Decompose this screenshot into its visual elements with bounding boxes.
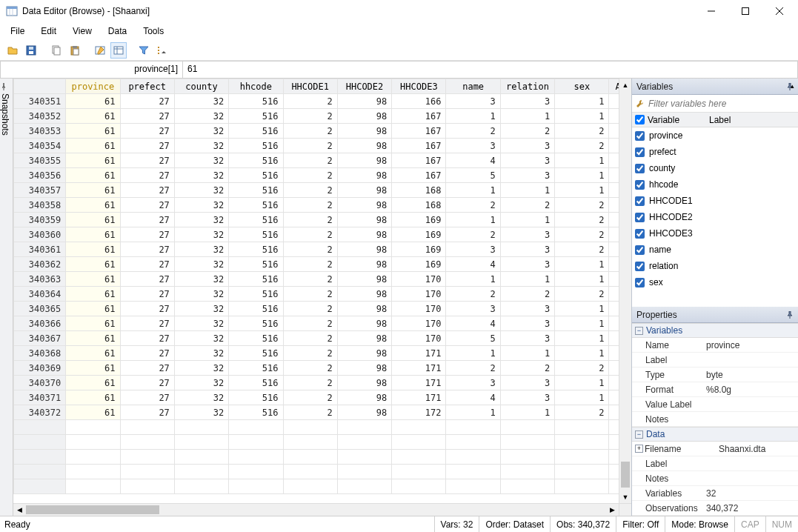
cell[interactable]: 1 bbox=[500, 183, 554, 198]
cell[interactable]: 3 bbox=[500, 257, 554, 272]
cell[interactable]: 2 bbox=[283, 213, 337, 227]
cell[interactable]: 2 bbox=[283, 242, 337, 257]
cell[interactable]: 516 bbox=[229, 346, 283, 361]
table-row[interactable]: 340353612732516298167222 bbox=[14, 124, 632, 139]
edit-mode-icon[interactable] bbox=[92, 42, 108, 59]
expand-icon[interactable]: + bbox=[635, 445, 643, 453]
cell[interactable]: 3 bbox=[500, 242, 554, 257]
row-header[interactable]: 340355 bbox=[14, 153, 66, 168]
cell[interactable]: 32 bbox=[174, 242, 228, 257]
cell[interactable]: 3 bbox=[500, 139, 554, 153]
variable-checkbox[interactable] bbox=[635, 180, 645, 190]
prop-row[interactable]: Value Label bbox=[632, 397, 798, 412]
cell[interactable]: 2 bbox=[555, 124, 609, 139]
cell[interactable]: 98 bbox=[337, 361, 391, 376]
cell[interactable]: 4 bbox=[446, 257, 500, 272]
table-row[interactable]: 340354612732516298167332 bbox=[14, 139, 632, 153]
cell[interactable]: 98 bbox=[337, 213, 391, 227]
paste-icon[interactable] bbox=[67, 42, 83, 59]
cell[interactable]: 61 bbox=[66, 302, 120, 316]
cell[interactable]: 2 bbox=[446, 198, 500, 213]
cell[interactable]: 27 bbox=[120, 405, 174, 420]
cell[interactable]: 167 bbox=[392, 124, 446, 139]
col-header-hhcode[interactable]: hhcode bbox=[229, 79, 283, 94]
cell[interactable]: 27 bbox=[120, 302, 174, 316]
variable-item-name[interactable]: name bbox=[632, 242, 798, 258]
cell[interactable]: 5 bbox=[446, 331, 500, 346]
row-header[interactable]: 340362 bbox=[14, 257, 66, 272]
cell[interactable]: 61 bbox=[66, 168, 120, 183]
cell[interactable]: 27 bbox=[120, 257, 174, 272]
cell[interactable]: 32 bbox=[174, 139, 228, 153]
cell[interactable]: 169 bbox=[392, 227, 446, 242]
browse-mode-icon[interactable] bbox=[110, 42, 127, 59]
cell[interactable]: 1 bbox=[500, 213, 554, 227]
cell[interactable]: 167 bbox=[392, 139, 446, 153]
cell[interactable]: 2 bbox=[555, 361, 609, 376]
cell[interactable]: 98 bbox=[337, 376, 391, 390]
cell[interactable]: 2 bbox=[283, 257, 337, 272]
variable-checkbox[interactable] bbox=[635, 213, 645, 222]
cell[interactable]: 3 bbox=[500, 94, 554, 109]
cell[interactable]: 1 bbox=[555, 302, 609, 316]
row-header[interactable]: 340359 bbox=[14, 213, 66, 227]
cell[interactable]: 1 bbox=[500, 346, 554, 361]
cell[interactable]: 516 bbox=[229, 316, 283, 331]
variable-checkbox[interactable] bbox=[635, 147, 645, 157]
cell[interactable]: 1 bbox=[555, 272, 609, 287]
cell[interactable]: 27 bbox=[120, 346, 174, 361]
row-header[interactable]: 340364 bbox=[14, 287, 66, 302]
cell[interactable]: 3 bbox=[446, 242, 500, 257]
table-row[interactable]: 340357612732516298168111 bbox=[14, 183, 632, 198]
cell[interactable]: 170 bbox=[392, 331, 446, 346]
row-header[interactable]: 340356 bbox=[14, 168, 66, 183]
scroll-left-icon[interactable]: ◀ bbox=[13, 504, 26, 516]
cell[interactable]: 516 bbox=[229, 168, 283, 183]
minimize-button[interactable] bbox=[694, 0, 728, 22]
cell[interactable]: 2 bbox=[283, 198, 337, 213]
col-variable[interactable]: Variable bbox=[648, 115, 679, 125]
cell[interactable]: 516 bbox=[229, 376, 283, 390]
cell[interactable]: 516 bbox=[229, 94, 283, 109]
col-header-county[interactable]: county bbox=[174, 79, 228, 94]
cell[interactable]: 2 bbox=[283, 376, 337, 390]
cell[interactable]: 1 bbox=[446, 109, 500, 124]
scroll-up-icon[interactable]: ▲ bbox=[619, 79, 631, 91]
cell[interactable]: 27 bbox=[120, 272, 174, 287]
cell[interactable]: 1 bbox=[555, 390, 609, 405]
cell[interactable]: 61 bbox=[66, 242, 120, 257]
cell[interactable]: 170 bbox=[392, 302, 446, 316]
menu-edit[interactable]: Edit bbox=[33, 24, 64, 39]
col-header-relation[interactable]: relation bbox=[500, 79, 554, 94]
cell[interactable]: 516 bbox=[229, 302, 283, 316]
cell[interactable]: 27 bbox=[120, 124, 174, 139]
prop-row[interactable]: Observations340,372 bbox=[632, 501, 798, 516]
cell[interactable]: 2 bbox=[446, 361, 500, 376]
row-header[interactable]: 340352 bbox=[14, 109, 66, 124]
table-row[interactable]: 340362612732516298169431 bbox=[14, 257, 632, 272]
cell[interactable]: 61 bbox=[66, 376, 120, 390]
cell[interactable]: 98 bbox=[337, 346, 391, 361]
cell[interactable]: 27 bbox=[120, 94, 174, 109]
cell[interactable]: 27 bbox=[120, 198, 174, 213]
cell[interactable]: 1 bbox=[555, 168, 609, 183]
cell[interactable]: 98 bbox=[337, 183, 391, 198]
cell[interactable]: 61 bbox=[66, 139, 120, 153]
cell[interactable]: 2 bbox=[283, 302, 337, 316]
cell[interactable]: 516 bbox=[229, 361, 283, 376]
open-icon[interactable] bbox=[4, 42, 21, 59]
cell[interactable]: 27 bbox=[120, 183, 174, 198]
cell[interactable]: 98 bbox=[337, 331, 391, 346]
row-header[interactable]: 340367 bbox=[14, 331, 66, 346]
cell[interactable]: 98 bbox=[337, 257, 391, 272]
table-row[interactable]: 340352612732516298167111 bbox=[14, 109, 632, 124]
cell[interactable]: 516 bbox=[229, 272, 283, 287]
cell[interactable]: 2 bbox=[283, 390, 337, 405]
cell[interactable]: 61 bbox=[66, 361, 120, 376]
cell[interactable]: 516 bbox=[229, 198, 283, 213]
cell[interactable]: 3 bbox=[500, 227, 554, 242]
cell[interactable]: 32 bbox=[174, 287, 228, 302]
cell[interactable]: 61 bbox=[66, 316, 120, 331]
row-header[interactable]: 340370 bbox=[14, 376, 66, 390]
cell[interactable]: 2 bbox=[500, 361, 554, 376]
